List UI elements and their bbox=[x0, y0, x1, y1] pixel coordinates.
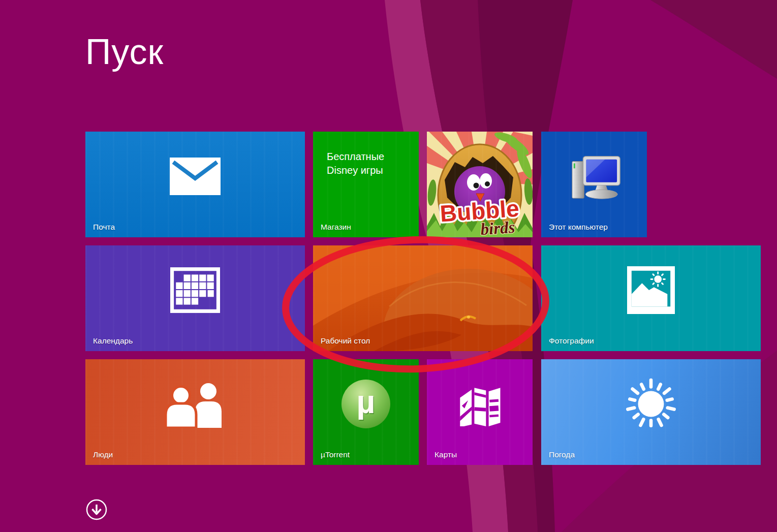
tile-store[interactable]: Бесплатные Disney игры Магазин bbox=[313, 132, 419, 237]
tile-label: Календарь bbox=[93, 336, 133, 346]
tile-bubble-birds[interactable]: Bubble birds bbox=[427, 132, 533, 237]
tile-label: Магазин bbox=[321, 223, 351, 232]
birds-logo-text: birds bbox=[480, 218, 515, 237]
tile-label: Рабочий стол bbox=[321, 336, 370, 346]
tile-label: Люди bbox=[93, 450, 113, 459]
computer-icon bbox=[541, 132, 647, 229]
folded-map-icon bbox=[427, 359, 533, 457]
sun-icon bbox=[541, 359, 761, 457]
tile-this-pc[interactable]: Этот компьютер bbox=[541, 132, 647, 237]
tile-label: Фотографии bbox=[549, 336, 594, 346]
tile-utorrent[interactable]: µ µ µTorrent bbox=[313, 359, 419, 465]
tile-maps[interactable]: Карты bbox=[427, 359, 533, 465]
tile-label: Карты bbox=[434, 450, 457, 459]
mu-torrent-icon: µ µ bbox=[313, 359, 419, 457]
store-promo-text: Бесплатные Disney игры bbox=[327, 150, 407, 177]
tile-label: µTorrent bbox=[321, 450, 350, 459]
all-apps-button[interactable] bbox=[85, 498, 108, 521]
tile-mail[interactable]: Почта bbox=[85, 132, 305, 237]
desktop-wallpaper bbox=[313, 245, 533, 351]
tile-people[interactable]: Люди bbox=[85, 359, 305, 465]
tile-label: Этот компьютер bbox=[549, 223, 608, 232]
tile-label: Погода bbox=[549, 450, 575, 459]
tile-label: Почта bbox=[93, 223, 115, 232]
tile-desktop[interactable]: Рабочий стол bbox=[313, 245, 533, 351]
circled-down-arrow-icon bbox=[85, 515, 108, 522]
page-title: Пуск bbox=[85, 32, 164, 72]
tile-calendar[interactable]: Календарь bbox=[85, 245, 305, 351]
bubble-birds-art: Bubble birds bbox=[427, 132, 533, 237]
svg-text:µ: µ bbox=[357, 384, 376, 420]
people-icon bbox=[85, 359, 305, 457]
calendar-icon bbox=[85, 245, 305, 343]
envelope-icon bbox=[85, 132, 305, 229]
photo-icon bbox=[541, 245, 761, 343]
start-screen: Пуск Почта Бесплатные Disney игры Магази… bbox=[0, 0, 777, 532]
tile-weather[interactable]: Погода bbox=[541, 359, 761, 465]
tile-photos[interactable]: Фотографии bbox=[541, 245, 761, 351]
